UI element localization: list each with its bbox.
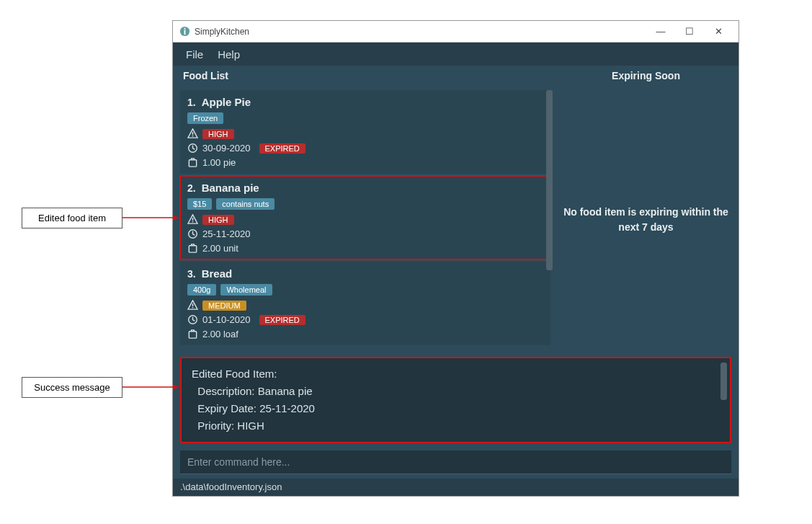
titlebar: SimplyKitchen — ☐ ✕ — [173, 21, 739, 43]
result-line: Edited Food Item: — [192, 365, 720, 383]
expiry-date: 01-10-2020 — [202, 314, 251, 325]
scrollbar-thumb[interactable] — [546, 90, 553, 270]
svg-rect-6 — [189, 160, 196, 166]
svg-rect-7 — [192, 218, 194, 221]
command-row — [173, 445, 739, 479]
result-line: Description: Banana pie — [192, 383, 720, 400]
quantity: 2.00 loaf — [202, 329, 238, 339]
svg-rect-2 — [184, 30, 185, 35]
food-index: 2. — [187, 182, 196, 194]
priority-badge: HIGH — [202, 215, 234, 225]
command-input[interactable] — [180, 450, 731, 474]
tags-row: Frozen — [187, 112, 543, 124]
priority-badge: HIGH — [202, 129, 234, 139]
svg-rect-12 — [192, 307, 194, 308]
main-content: 1.Apple PieFrozenHIGH30-09-2020EXPIRED1.… — [173, 87, 739, 352]
tag: $15 — [187, 198, 212, 210]
menu-help[interactable]: Help — [210, 44, 247, 65]
food-name: Bread — [202, 267, 233, 280]
result-line: Expiry Date: 25-11-2020 — [192, 400, 720, 417]
menu-file[interactable]: File — [179, 44, 210, 65]
svg-rect-4 — [192, 136, 194, 137]
food-name: Apple Pie — [202, 96, 251, 108]
column-headers: Food List Expiring Soon — [173, 66, 739, 87]
priority-badge: MEDIUM — [202, 301, 246, 311]
window-title: SimplyKitchen — [195, 27, 646, 37]
maximize-button[interactable]: ☐ — [675, 22, 704, 42]
callout-success-message: Success message — [22, 377, 122, 398]
minimize-button[interactable]: — — [646, 22, 675, 42]
expiry-date: 30-09-2020 — [202, 143, 251, 154]
tags-row: $15contains nuts — [187, 198, 543, 210]
tag: Wholemeal — [220, 284, 272, 296]
clock-icon — [187, 143, 198, 154]
result-panel: Edited Food Item: Description: Banana pi… — [180, 357, 731, 443]
result-line: Priority: HIGH — [192, 417, 720, 435]
callout-arrow — [122, 383, 184, 397]
menubar: File Help — [173, 43, 739, 66]
food-list-column: 1.Apple PieFrozenHIGH30-09-2020EXPIRED1.… — [173, 87, 553, 352]
food-index: 1. — [187, 97, 196, 108]
warning-icon — [187, 214, 198, 225]
expiring-soon-header: Expiring Soon — [553, 66, 739, 87]
warning-icon — [187, 300, 198, 311]
clock-icon — [187, 314, 198, 325]
tag: contains nuts — [216, 198, 275, 210]
statusbar: .\data\foodInventory.json — [173, 479, 739, 496]
svg-marker-16 — [173, 215, 179, 221]
callout-arrow — [122, 213, 184, 228]
svg-rect-1 — [184, 28, 185, 30]
expiring-column: No food item is expiring within the next… — [553, 87, 739, 352]
callout-edited-food: Edited food item — [22, 208, 122, 228]
package-icon — [187, 243, 198, 254]
expired-badge: EXPIRED — [259, 143, 305, 154]
app-window: SimplyKitchen — ☐ ✕ File Help Food List … — [172, 20, 739, 497]
tags-row: 400gWholemeal — [187, 284, 543, 296]
food-card[interactable]: 3.Bread400gWholemealMEDIUM01-10-2020EXPI… — [180, 262, 550, 345]
food-list[interactable]: 1.Apple PieFrozenHIGH30-09-2020EXPIRED1.… — [180, 90, 550, 350]
expiring-message: No food item is expiring within the next… — [563, 205, 728, 235]
svg-rect-8 — [192, 221, 194, 223]
expiry-date: 25-11-2020 — [202, 228, 251, 239]
food-index: 3. — [187, 268, 196, 280]
expired-badge: EXPIRED — [259, 315, 305, 325]
quantity: 1.00 pie — [202, 157, 236, 168]
food-card[interactable]: 1.Apple PieFrozenHIGH30-09-2020EXPIRED1.… — [180, 90, 550, 174]
svg-marker-18 — [173, 384, 179, 390]
svg-rect-10 — [189, 246, 196, 252]
package-icon — [187, 329, 198, 339]
tag: 400g — [187, 284, 216, 296]
quantity: 2.00 unit — [202, 243, 238, 254]
package-icon — [187, 157, 198, 168]
svg-rect-11 — [192, 303, 194, 306]
window-controls: — ☐ ✕ — [646, 22, 733, 42]
food-card[interactable]: 2.Banana pie$15contains nutsHIGH25-11-20… — [180, 176, 550, 259]
scrollbar-thumb[interactable] — [720, 363, 727, 400]
svg-rect-3 — [192, 132, 194, 135]
food-list-header: Food List — [173, 66, 553, 87]
svg-rect-14 — [189, 332, 196, 338]
food-name: Banana pie — [202, 182, 259, 194]
close-button[interactable]: ✕ — [704, 22, 733, 42]
warning-icon — [187, 128, 198, 139]
tag: Frozen — [187, 112, 223, 124]
clock-icon — [187, 228, 198, 239]
app-icon — [179, 26, 190, 37]
